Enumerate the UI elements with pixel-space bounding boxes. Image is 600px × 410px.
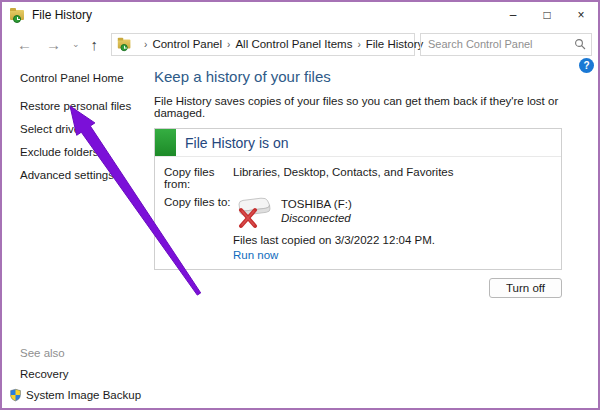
file-history-icon	[118, 38, 132, 51]
back-button[interactable]: ←	[10, 36, 39, 53]
recent-pages-chevron-icon[interactable]: ⌄	[68, 39, 84, 49]
breadcrumb-separator: ›	[357, 39, 360, 50]
search-box[interactable]	[420, 33, 592, 56]
search-icon	[574, 38, 586, 50]
window-title: File History	[32, 8, 92, 22]
see-also-label: See also	[20, 347, 154, 359]
titlebar: File History – □ ×	[2, 2, 598, 28]
breadcrumb[interactable]: › Control Panel › All Control Panel Item…	[111, 33, 415, 56]
turn-off-button[interactable]: Turn off	[489, 278, 562, 298]
search-input[interactable]	[428, 38, 574, 50]
forward-button[interactable]: →	[39, 36, 68, 53]
status-on-indicator	[155, 129, 176, 156]
breadcrumb-control-panel[interactable]: Control Panel	[152, 38, 222, 50]
status-header: File History is on	[155, 129, 561, 157]
status-body: Copy files from: Libraries, Desktop, Con…	[155, 157, 561, 269]
file-history-status-panel: File History is on Copy files from: Libr…	[154, 128, 562, 270]
sidebar-item-system-image-backup[interactable]: System Image Backup	[9, 388, 154, 402]
drive-name: TOSHIBA (F:)	[281, 198, 352, 210]
sidebar-item-control-panel-home[interactable]: Control Panel Home	[20, 72, 154, 84]
sidebar-item-restore-personal-files[interactable]: Restore personal files	[20, 100, 154, 112]
copy-from-label: Copy files from:	[164, 166, 233, 190]
sidebar-item-exclude-folders[interactable]: Exclude folders	[20, 146, 154, 158]
run-now-link[interactable]: Run now	[233, 249, 278, 261]
window-controls: – □ ×	[496, 2, 598, 28]
main-panel: Keep a history of your files File Histor…	[154, 60, 598, 408]
sidebar: Control Panel Home Restore personal file…	[2, 60, 154, 408]
maximize-button[interactable]: □	[530, 2, 564, 28]
breadcrumb-all-items[interactable]: All Control Panel Items	[235, 38, 352, 50]
file-history-icon	[10, 8, 26, 22]
window-content: Control Panel Home Restore personal file…	[2, 60, 598, 408]
minimize-button[interactable]: –	[496, 2, 530, 28]
status-title: File History is on	[176, 129, 288, 156]
breadcrumb-file-history[interactable]: File History	[366, 38, 424, 50]
up-button[interactable]: ↑	[84, 36, 106, 53]
sidebar-item-select-drive[interactable]: Select drive	[20, 123, 154, 135]
sidebar-see-also-group: See also Recovery System Image Backup	[2, 347, 154, 402]
page-title: Keep a history of your files	[154, 68, 562, 85]
drive-block: TOSHIBA (F:) Disconnected	[233, 196, 352, 230]
breadcrumb-separator: ›	[144, 39, 147, 50]
copy-to-label: Copy files to:	[164, 196, 233, 230]
page-description: File History saves copies of your files …	[154, 95, 562, 119]
close-button[interactable]: ×	[564, 2, 598, 28]
help-icon[interactable]: ?	[579, 58, 594, 73]
last-copied-text: Files last copied on 3/3/2022 12:04 PM.	[233, 234, 551, 246]
sidebar-item-advanced-settings[interactable]: Advanced settings	[20, 169, 154, 181]
sidebar-item-recovery[interactable]: Recovery	[20, 368, 154, 380]
breadcrumb-separator: ›	[227, 39, 230, 50]
navigation-toolbar: ← → ⌄ ↑ › Control Panel › All Control Pa…	[2, 28, 598, 60]
uac-shield-icon	[9, 388, 22, 402]
sidebar-item-label: System Image Backup	[26, 389, 141, 401]
drive-status: Disconnected	[281, 212, 352, 224]
copy-from-value: Libraries, Desktop, Contacts, and Favori…	[233, 166, 454, 190]
external-drive-disconnected-icon	[233, 196, 273, 230]
file-history-window: File History – □ × ← → ⌄ ↑ › Control Pan…	[0, 0, 600, 410]
